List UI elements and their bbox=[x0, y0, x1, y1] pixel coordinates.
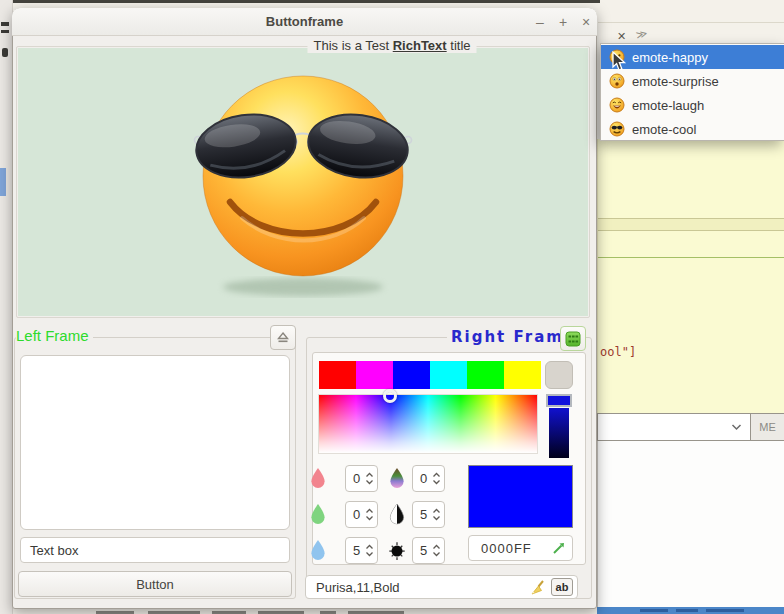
editor-line bbox=[598, 257, 784, 258]
editor-highlight-band bbox=[598, 218, 784, 231]
value-spin-value: 5 bbox=[413, 543, 432, 558]
brightness-icon bbox=[388, 539, 406, 561]
blue-spinbox[interactable]: 5 bbox=[345, 537, 378, 564]
menu-item-label: emote-surprise bbox=[632, 74, 719, 89]
hue-spinbox[interactable]: 0 bbox=[412, 465, 445, 492]
background-titlebar-strip bbox=[0, 0, 600, 3]
button-label: Button bbox=[136, 577, 174, 592]
spin-arrows[interactable] bbox=[365, 508, 377, 521]
menu-item-emote-happy[interactable]: emote-happy bbox=[601, 45, 784, 69]
button-widget[interactable]: Button bbox=[18, 571, 292, 597]
emote-cool-icon bbox=[609, 121, 625, 137]
spin-arrows[interactable] bbox=[365, 544, 377, 557]
swatch-blue[interactable] bbox=[393, 361, 430, 389]
background-icon bbox=[2, 48, 8, 57]
hue-spin-value: 0 bbox=[413, 471, 432, 486]
screen: ✕ ≫ ool"] ME Buttonframe – + × This is a… bbox=[0, 0, 784, 614]
text-box-value: Text box bbox=[30, 543, 78, 558]
spin-arrows[interactable] bbox=[432, 472, 444, 485]
title-suffix: title bbox=[447, 38, 471, 53]
color-palette bbox=[319, 361, 541, 389]
emote-laugh-icon bbox=[609, 97, 625, 113]
taskbar-text bbox=[706, 609, 744, 612]
hex-color-value: 0000FF bbox=[469, 541, 551, 556]
titlebar[interactable]: Buttonframe – + × bbox=[12, 8, 597, 36]
value-spinbox[interactable]: 5 bbox=[412, 537, 445, 564]
close-button[interactable]: × bbox=[577, 13, 595, 31]
hex-color-input[interactable]: 0000FF bbox=[468, 535, 573, 561]
swatch-red[interactable] bbox=[319, 361, 356, 389]
menu-item-label: emote-cool bbox=[632, 122, 696, 137]
brush-icon[interactable] bbox=[529, 579, 546, 596]
combobox-badge-label: ME bbox=[759, 421, 776, 433]
emote-menu: emote-happy emote-surprise bbox=[600, 43, 784, 141]
spin-arrows[interactable] bbox=[432, 508, 444, 521]
editor-overflow-icon[interactable]: ≫ bbox=[635, 28, 649, 41]
color-preview bbox=[468, 465, 573, 528]
swatch-yellow[interactable] bbox=[504, 361, 541, 389]
background-panel bbox=[597, 441, 784, 607]
menu-item-label: emote-laugh bbox=[632, 98, 704, 113]
left-frame-label: Left Frame bbox=[16, 327, 93, 344]
font-value: Purisa,11,Bold bbox=[306, 580, 529, 595]
maximize-button[interactable]: + bbox=[554, 13, 572, 31]
green-spin-value: 0 bbox=[346, 507, 365, 522]
background-selection bbox=[0, 168, 6, 196]
spin-arrows[interactable] bbox=[432, 544, 444, 557]
swatch-cyan[interactable] bbox=[430, 361, 467, 389]
menu-item-emote-laugh[interactable]: emote-laugh bbox=[601, 93, 784, 117]
taskbar-text bbox=[640, 609, 668, 612]
menu-item-emote-surprise[interactable]: emote-surprise bbox=[601, 69, 784, 93]
editor-toolbar-separator bbox=[598, 22, 784, 23]
value-gradient-bar[interactable] bbox=[549, 408, 569, 458]
green-droplet-icon bbox=[309, 503, 327, 525]
saturation-spin-value: 5 bbox=[413, 507, 432, 522]
saturation-droplet-icon bbox=[388, 503, 406, 525]
font-input[interactable]: Purisa,11,Bold ab bbox=[305, 575, 578, 599]
combobox-badge: ME bbox=[750, 413, 784, 441]
grid-icon bbox=[565, 331, 581, 347]
editor-text-area[interactable]: ool"] bbox=[597, 139, 784, 413]
eject-icon bbox=[276, 331, 290, 344]
red-droplet-icon bbox=[309, 467, 327, 489]
minimize-button[interactable]: – bbox=[531, 13, 549, 31]
swatch-green[interactable] bbox=[467, 361, 504, 389]
emote-surprise-icon bbox=[609, 73, 625, 89]
title-richtext: RichText bbox=[393, 38, 447, 53]
text-box-input[interactable]: Text box bbox=[20, 537, 290, 563]
background-combobox[interactable] bbox=[597, 413, 750, 441]
background-icon bbox=[1, 30, 9, 33]
emote-cool-image bbox=[192, 68, 414, 298]
font-select-button[interactable]: ab bbox=[551, 578, 573, 596]
background-icon bbox=[1, 22, 9, 26]
hue-saturation-grid[interactable] bbox=[318, 394, 538, 454]
spin-arrows[interactable] bbox=[365, 472, 377, 485]
green-spinbox[interactable]: 0 bbox=[345, 501, 378, 528]
chevron-down-icon[interactable] bbox=[731, 424, 742, 431]
editor-close-icon[interactable]: ✕ bbox=[617, 31, 626, 42]
menu-item-label: emote-happy bbox=[632, 50, 708, 65]
title-prefix: This is a Test bbox=[313, 38, 392, 53]
menu-item-emote-cool[interactable]: emote-cool bbox=[601, 117, 784, 141]
color-picker-icon[interactable] bbox=[551, 541, 566, 556]
window-title: Buttonframe bbox=[12, 14, 597, 29]
editor-code-text: ool"] bbox=[600, 345, 636, 359]
taskbar-text bbox=[676, 609, 698, 612]
red-spinbox[interactable]: 0 bbox=[345, 465, 378, 492]
eject-button[interactable] bbox=[270, 325, 296, 350]
blue-spin-value: 5 bbox=[346, 543, 365, 558]
red-spin-value: 0 bbox=[346, 471, 365, 486]
hue-selection-marker[interactable] bbox=[383, 389, 397, 403]
mouse-cursor bbox=[612, 51, 627, 72]
blue-droplet-icon bbox=[309, 539, 327, 561]
hue-droplet-icon bbox=[388, 467, 406, 489]
saturation-spinbox[interactable]: 5 bbox=[412, 501, 445, 528]
swatch-none-button[interactable] bbox=[545, 361, 573, 389]
swatch-magenta[interactable] bbox=[356, 361, 393, 389]
left-text-area[interactable] bbox=[20, 355, 290, 530]
richtext-title: This is a Test RichText title bbox=[307, 38, 476, 53]
value-slider-handle[interactable] bbox=[546, 394, 572, 407]
palette-toggle-button[interactable] bbox=[560, 326, 586, 351]
